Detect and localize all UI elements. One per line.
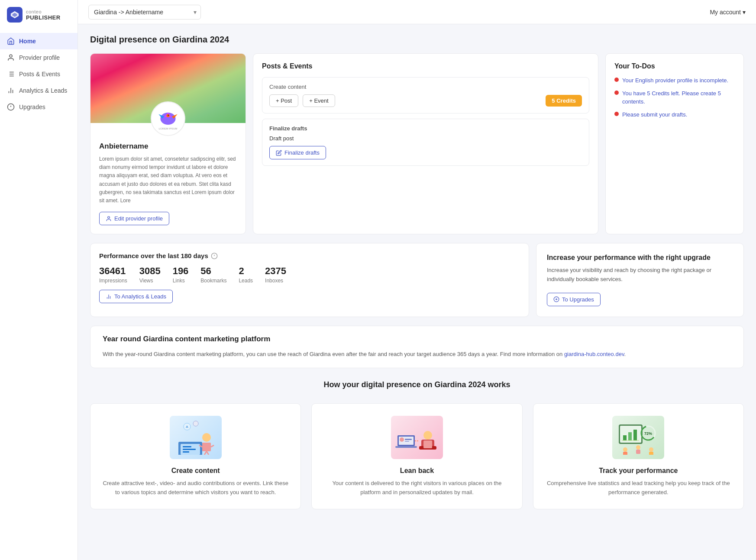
chart-icon bbox=[7, 87, 15, 94]
how-it-works-cards: A Create content Create attractive text-… bbox=[90, 403, 744, 510]
svg-point-22 bbox=[168, 115, 169, 116]
to-upgrades-button[interactable]: To Upgrades bbox=[547, 293, 601, 306]
svg-rect-36 bbox=[183, 449, 196, 450]
year-round-link[interactable]: giardina-hub.conteo.dev bbox=[564, 351, 624, 357]
svg-rect-59 bbox=[623, 435, 627, 440]
list-icon bbox=[7, 70, 15, 78]
provider-name: Anbietername bbox=[99, 142, 237, 151]
stat-leads: 2 Leads bbox=[239, 265, 253, 284]
provider-image-bg: LOREM IPSUM bbox=[90, 54, 246, 123]
edit-draft-icon bbox=[276, 150, 282, 156]
track-performance-svg: 72% bbox=[617, 420, 660, 455]
svg-rect-55 bbox=[405, 439, 412, 440]
finalize-drafts-button[interactable]: Finalize drafts bbox=[269, 146, 326, 159]
year-round-title: Year round Giardina content marketing pl… bbox=[103, 335, 731, 343]
todo-item-2: Please submit your drafts. bbox=[614, 110, 735, 119]
links-value: 196 bbox=[173, 265, 189, 277]
todo-item-1: You have 5 Credits left. Please create 5… bbox=[614, 89, 735, 106]
todo-link-2[interactable]: Please submit your drafts. bbox=[622, 111, 687, 118]
event-button-label: + Event bbox=[309, 97, 328, 104]
views-value: 3085 bbox=[139, 265, 161, 277]
post-button[interactable]: + Post bbox=[269, 94, 298, 107]
todo-text-1: You have 5 Credits left. Please create 5… bbox=[622, 89, 735, 106]
lean-card-desc: Your content is delivered to the right v… bbox=[322, 479, 511, 497]
cards-row: LOREM IPSUM bbox=[90, 53, 744, 234]
to-analytics-button[interactable]: To Analytics & Leads bbox=[99, 290, 173, 303]
svg-point-68 bbox=[636, 445, 640, 450]
todo-link-0[interactable]: Your English provider profile is incompl… bbox=[622, 77, 728, 84]
finalize-label: Finalize drafts bbox=[269, 125, 582, 132]
todos-title: Your To-Dos bbox=[614, 62, 735, 70]
inboxes-label: Inboxes bbox=[265, 278, 286, 284]
stat-impressions: 36461 Impressions bbox=[99, 265, 127, 284]
logo-icon bbox=[7, 7, 23, 23]
svg-rect-39 bbox=[202, 443, 211, 451]
chart-bar-icon bbox=[106, 294, 112, 300]
page-body: Digital presence on Giardina 2024 LOREM … bbox=[78, 24, 756, 537]
svg-rect-53 bbox=[395, 446, 417, 448]
inboxes-value: 2375 bbox=[265, 265, 286, 277]
performance-card: Performance over the last 180 days 36461… bbox=[90, 243, 529, 317]
posts-events-title: Posts & Events bbox=[262, 62, 589, 70]
todo-dot-1 bbox=[614, 91, 619, 95]
breadcrumb-select[interactable]: Giardina -> Anbietername bbox=[88, 5, 201, 19]
svg-point-2 bbox=[10, 55, 12, 57]
sidebar-label-posts: Posts & Events bbox=[19, 71, 60, 78]
edit-provider-profile-button[interactable]: Edit provider profile bbox=[99, 212, 169, 225]
svg-point-23 bbox=[108, 216, 110, 218]
home-icon bbox=[7, 37, 15, 45]
performance-title: Performance over the last 180 days bbox=[99, 252, 520, 259]
provider-card-body: Anbietername Lorem ipsum dolor sit amet,… bbox=[90, 123, 246, 234]
edit-profile-label: Edit provider profile bbox=[114, 215, 163, 222]
performance-title-text: Performance over the last 180 days bbox=[99, 252, 208, 259]
upgrade-description: Increase your visibility and reach by ch… bbox=[547, 266, 733, 284]
svg-point-66 bbox=[623, 447, 627, 452]
svg-text:A: A bbox=[186, 425, 188, 429]
svg-rect-35 bbox=[183, 446, 191, 447]
svg-rect-69 bbox=[636, 450, 640, 454]
finalize-box: Finalize drafts Draft post Finalize draf… bbox=[262, 119, 589, 166]
breadcrumb-wrapper: Giardina -> Anbietername ▾ bbox=[88, 5, 201, 19]
finalize-btn-label: Finalize drafts bbox=[284, 149, 320, 156]
my-account-button[interactable]: My account ▾ bbox=[710, 9, 746, 16]
sidebar-label-home: Home bbox=[19, 38, 36, 45]
how-card-create: A Create content Create attractive text-… bbox=[90, 403, 301, 510]
todo-item-0: Your English provider profile is incompl… bbox=[614, 76, 735, 85]
svg-point-70 bbox=[649, 447, 653, 452]
upgrade-title: Increase your performance with the right… bbox=[547, 254, 733, 262]
provider-logo-bird: LOREM IPSUM bbox=[153, 104, 183, 134]
performance-stats: 36461 Impressions 3085 Views 196 Links bbox=[99, 265, 520, 284]
sidebar-item-analytics-leads[interactable]: Analytics & Leads bbox=[0, 82, 78, 99]
credits-badge: 5 Credits bbox=[546, 95, 582, 107]
sidebar-item-posts-events[interactable]: Posts & Events bbox=[0, 66, 78, 82]
year-round-section: Year round Giardina content marketing pl… bbox=[90, 326, 744, 368]
bookmarks-label: Bookmarks bbox=[200, 278, 226, 284]
sidebar-nav: Home Provider profile Posts & Events Ana… bbox=[0, 33, 78, 560]
year-round-text: With the year-round Giardina content mar… bbox=[103, 350, 731, 359]
info-icon bbox=[211, 252, 218, 259]
to-upgrades-label: To Upgrades bbox=[562, 296, 594, 303]
my-account-label: My account bbox=[710, 9, 741, 16]
main-content: Giardina -> Anbietername ▾ My account ▾ … bbox=[78, 0, 756, 560]
svg-text:LOREM IPSUM: LOREM IPSUM bbox=[159, 127, 178, 130]
sidebar-item-upgrades[interactable]: Upgrades bbox=[0, 99, 78, 115]
provider-description: Lorem ipsum dolor sit amet, consetetur s… bbox=[99, 155, 237, 205]
svg-rect-60 bbox=[628, 432, 632, 440]
performance-row: Performance over the last 180 days 36461… bbox=[90, 243, 744, 317]
svg-point-46 bbox=[193, 421, 198, 426]
lean-card-title: Lean back bbox=[322, 467, 511, 475]
create-card-title: Create content bbox=[101, 467, 290, 475]
lean-back-svg bbox=[395, 420, 439, 455]
create-illustration: A bbox=[170, 416, 222, 459]
sidebar-item-home[interactable]: Home bbox=[0, 33, 78, 49]
todo-link-1[interactable]: You have 5 Credits left. Please create 5… bbox=[622, 90, 721, 105]
stat-inboxes: 2375 Inboxes bbox=[265, 265, 286, 284]
app-layout: conteo PUBLISHER Home Provider profile P… bbox=[0, 0, 756, 560]
how-it-works-section: How your digital presence on Giardina 20… bbox=[90, 380, 744, 510]
track-card-title: Track your performance bbox=[544, 467, 733, 475]
links-label: Links bbox=[173, 278, 189, 284]
sidebar-item-provider-profile[interactable]: Provider profile bbox=[0, 49, 78, 66]
user-icon bbox=[7, 54, 15, 62]
impressions-label: Impressions bbox=[99, 278, 127, 284]
event-button[interactable]: + Event bbox=[303, 94, 335, 107]
